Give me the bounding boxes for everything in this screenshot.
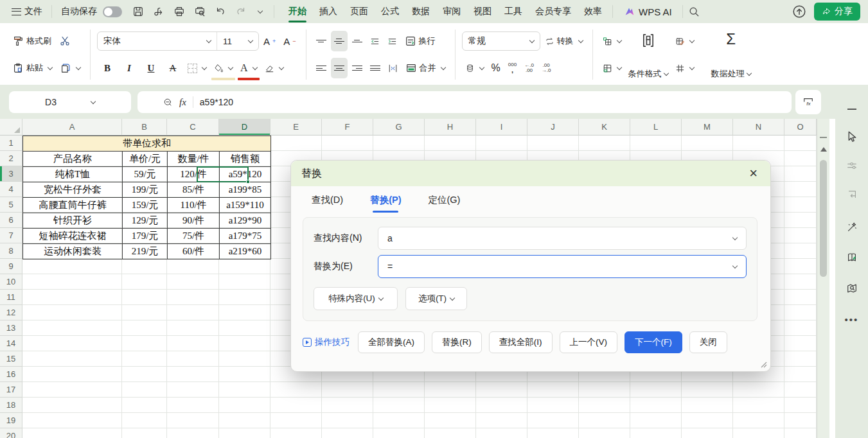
column-header-H[interactable]: H: [425, 119, 476, 136]
cell-E18[interactable]: [270, 398, 322, 413]
cell-C13[interactable]: [167, 320, 219, 336]
cell-G17[interactable]: [373, 382, 425, 398]
cell-A8[interactable]: 运动休闲套装: [23, 244, 123, 259]
cell-O14[interactable]: [784, 336, 817, 351]
cell-B3[interactable]: 59/元: [123, 167, 168, 182]
cell-H20[interactable]: [425, 428, 476, 438]
cell-B20[interactable]: [122, 428, 167, 438]
cell-O2[interactable]: [784, 151, 817, 166]
column-header-O[interactable]: O: [784, 119, 817, 136]
cell-O12[interactable]: [784, 305, 817, 320]
row-column-button[interactable]: [599, 58, 624, 78]
cell-O15[interactable]: [784, 351, 817, 367]
tab-replace[interactable]: 替换(P): [369, 191, 402, 209]
currency-button[interactable]: [462, 58, 487, 78]
cell-D2[interactable]: 销售额: [220, 152, 271, 167]
find-what-input[interactable]: a: [378, 227, 747, 250]
column-header-J[interactable]: J: [527, 119, 579, 136]
gridlines-dropdown-icon[interactable]: [689, 64, 694, 69]
cell-C9[interactable]: [167, 259, 219, 274]
cell-F19[interactable]: [322, 413, 373, 428]
tab-tools[interactable]: 工具: [499, 3, 527, 21]
replace-with-input[interactable]: =: [378, 255, 747, 278]
row-header-18[interactable]: 18: [0, 398, 22, 413]
autosave-toggle-group[interactable]: 自动保存: [57, 3, 126, 21]
cell-F17[interactable]: [322, 382, 373, 398]
find-dropdown-icon[interactable]: [732, 234, 738, 240]
increase-decimal-button[interactable]: .00→.0: [538, 58, 554, 78]
column-header-K[interactable]: K: [579, 119, 630, 136]
cell-A12[interactable]: [22, 305, 122, 320]
row-header-3[interactable]: 3: [0, 166, 22, 182]
cell-M20[interactable]: [682, 428, 733, 438]
data-processing-button[interactable]: Σ 数据处理: [707, 28, 755, 81]
cell-D8[interactable]: a219*60: [220, 244, 271, 259]
underline-button[interactable]: U: [141, 58, 161, 78]
row-header-10[interactable]: 10: [0, 274, 22, 290]
cell-D13[interactable]: [219, 320, 270, 336]
cell-A15[interactable]: [22, 351, 122, 367]
close-icon[interactable]: ×: [747, 167, 760, 180]
autosave-toggle[interactable]: [103, 6, 122, 17]
cell-O11[interactable]: [784, 290, 817, 305]
eraser-dropdown-icon[interactable]: [278, 64, 283, 69]
special-content-button[interactable]: 特殊内容(U): [314, 287, 398, 310]
paste-button[interactable]: 粘贴: [9, 58, 55, 78]
zoom-minus-icon[interactable]: [163, 98, 173, 107]
justify-button[interactable]: [367, 58, 384, 78]
tab-goto[interactable]: 定位(G): [427, 191, 461, 209]
percent-button[interactable]: %: [488, 58, 504, 78]
cell-H18[interactable]: [425, 398, 476, 413]
cell-O10[interactable]: [784, 274, 817, 290]
increase-indent-button[interactable]: [384, 31, 400, 51]
fill-color-button[interactable]: [211, 58, 236, 78]
font-name-select[interactable]: 宋体 11: [97, 31, 259, 51]
cell-D4[interactable]: a199*85: [220, 182, 271, 198]
tab-formula[interactable]: 公式: [376, 3, 404, 21]
cell-C19[interactable]: [167, 413, 219, 428]
copy-button[interactable]: [57, 58, 84, 78]
eraser-button[interactable]: [261, 58, 287, 78]
cell-O18[interactable]: [784, 398, 817, 413]
cell-B18[interactable]: [122, 398, 167, 413]
redo-icon[interactable]: [235, 6, 247, 17]
cell-D11[interactable]: [219, 290, 270, 305]
close-button[interactable]: 关闭: [689, 331, 727, 353]
conditional-format-button[interactable]: 条件格式: [624, 28, 672, 81]
cell-G18[interactable]: [373, 398, 425, 413]
row-column-dropdown-icon[interactable]: [616, 64, 621, 69]
cell-G1[interactable]: [373, 136, 425, 151]
cell-D18[interactable]: [219, 398, 270, 413]
cell-O16[interactable]: [784, 367, 817, 382]
tab-member[interactable]: 会员专享: [530, 3, 576, 21]
currency-dropdown-icon[interactable]: [479, 64, 484, 69]
cell-A7[interactable]: 短袖碎花连衣裙: [23, 229, 123, 244]
column-header-G[interactable]: G: [373, 119, 425, 136]
table-style-dropdown-icon[interactable]: [689, 37, 694, 42]
cell-B2[interactable]: 单价/元: [123, 152, 168, 167]
cell-C14[interactable]: [167, 336, 219, 351]
align-left-button[interactable]: [313, 58, 330, 78]
borders-dropdown-icon[interactable]: [202, 64, 207, 69]
collapse-ribbon-button[interactable]: [842, 99, 862, 119]
cell-C16[interactable]: [167, 367, 219, 382]
search-icon[interactable]: [688, 6, 700, 17]
cell-A9[interactable]: [22, 259, 122, 274]
upload-cloud-button[interactable]: [792, 4, 806, 19]
decrease-decimal-button[interactable]: ←.0.00: [521, 58, 537, 78]
cell-A17[interactable]: [22, 382, 122, 398]
previous-button[interactable]: 上一个(V): [560, 331, 618, 353]
cell-A20[interactable]: [22, 428, 122, 438]
number-format-select[interactable]: 常规: [462, 31, 540, 51]
row-header-14[interactable]: 14: [0, 336, 22, 351]
cell-B19[interactable]: [122, 413, 167, 428]
cell-B12[interactable]: [122, 305, 167, 320]
cell-C5[interactable]: 110/件: [168, 198, 220, 213]
cell-D5[interactable]: a159*110: [220, 198, 271, 213]
cell-D7[interactable]: a179*75: [220, 229, 271, 244]
cell-C6[interactable]: 90/件: [168, 213, 220, 229]
row-header-15[interactable]: 15: [0, 351, 22, 367]
formula-bar[interactable]: fx a59*120: [137, 91, 792, 113]
cell-B15[interactable]: [122, 351, 167, 367]
cell-J18[interactable]: [527, 398, 579, 413]
